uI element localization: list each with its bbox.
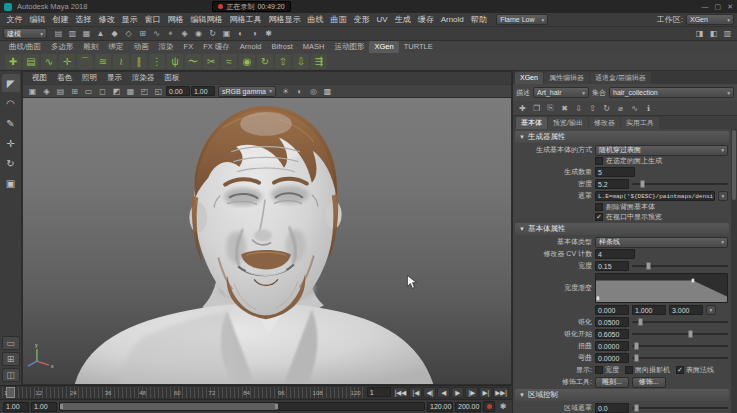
shelf-tab[interactable]: TURTLE bbox=[399, 41, 438, 53]
menu-item[interactable]: 选择 bbox=[72, 13, 95, 27]
close-button[interactable]: ✕ bbox=[727, 3, 733, 11]
time-slider-track[interactable]: 11224364860728496108120 bbox=[2, 387, 363, 398]
ramp-menu-icon[interactable]: ▾ bbox=[706, 305, 716, 315]
menu-item[interactable]: 网格显示 bbox=[265, 13, 304, 27]
menu-item[interactable]: 文件 bbox=[3, 13, 26, 27]
shelf-tab[interactable]: FX bbox=[179, 41, 199, 53]
new-scene-icon[interactable]: ▤ bbox=[52, 28, 65, 40]
region-mask-field[interactable]: 0.0 bbox=[595, 403, 629, 413]
exposure-field[interactable]: 0.00 bbox=[166, 86, 190, 96]
menu-item[interactable]: UV bbox=[373, 13, 391, 27]
playback-start-field[interactable]: 1.00 bbox=[31, 402, 57, 412]
move-tool[interactable]: ✛ bbox=[2, 134, 20, 152]
shelf-tab[interactable]: 运动图形 bbox=[329, 41, 369, 53]
bookmark-icon[interactable]: ▤ bbox=[54, 85, 67, 97]
right-panel-scrollbar[interactable] bbox=[731, 129, 737, 413]
selected-faces-checkbox[interactable] bbox=[595, 157, 603, 165]
animation-end-field[interactable]: 200.00 bbox=[455, 402, 481, 412]
xgen-duplicate-icon[interactable]: ⎘ bbox=[544, 102, 557, 114]
step-forward-frame-button[interactable]: |▶ bbox=[465, 387, 478, 398]
safe-action-icon[interactable]: ◰ bbox=[138, 85, 151, 97]
menu-item[interactable]: 网格工具 bbox=[226, 13, 265, 27]
ramp-selected-position-field[interactable]: 0.000 bbox=[595, 305, 629, 315]
xgen-guide-mode-icon[interactable]: ∿ bbox=[628, 102, 641, 114]
display-checkbox[interactable]: ✓ bbox=[676, 366, 684, 374]
section-primitive-attributes[interactable]: ▼ 基本体属性 bbox=[515, 223, 729, 235]
dock-tab[interactable]: 属性编辑器 bbox=[544, 72, 589, 84]
shadows-icon[interactable]: ◗ bbox=[293, 85, 306, 97]
region-mask-slider[interactable] bbox=[632, 403, 728, 413]
panel-menu-item[interactable]: 渲染器 bbox=[127, 73, 160, 83]
section-generator-attributes[interactable]: ▼ 生成器属性 bbox=[515, 131, 729, 143]
shelf-tab[interactable]: MASH bbox=[298, 41, 330, 53]
ipr-render-icon[interactable]: ◑ bbox=[248, 28, 261, 40]
paint-select-tool[interactable]: ✎ bbox=[2, 114, 20, 132]
save-scene-icon[interactable]: ▦ bbox=[80, 28, 93, 40]
bend-field[interactable]: 0.0000 bbox=[595, 353, 629, 363]
minimize-button[interactable]: — bbox=[702, 3, 709, 11]
snap-grid-icon[interactable]: ⊞ bbox=[136, 28, 149, 40]
step-back-frame-button[interactable]: ◀| bbox=[423, 387, 436, 398]
density-field[interactable]: 5.2 bbox=[595, 179, 629, 189]
xgen-tab[interactable]: 基本体 bbox=[516, 117, 547, 129]
playback-end-field[interactable]: 120.00 bbox=[427, 402, 453, 412]
taper-field[interactable]: 0.0500 bbox=[595, 317, 629, 327]
attribute-editor-toggle-icon[interactable]: ◨ bbox=[693, 28, 706, 40]
layout-single-pane-button[interactable]: ▭ bbox=[2, 336, 20, 350]
select-object-icon[interactable]: ◆ bbox=[108, 28, 121, 40]
xgen-clear-preview-icon[interactable]: ⌀ bbox=[614, 102, 627, 114]
preset-dropdown[interactable]: Flame Low ▾ bbox=[496, 14, 548, 25]
groom-button[interactable]: 修饰... bbox=[632, 377, 666, 388]
maximize-button[interactable]: ▢ bbox=[715, 3, 722, 11]
grid-icon[interactable]: ⊞ bbox=[68, 85, 81, 97]
menu-item[interactable]: 变形 bbox=[350, 13, 373, 27]
play-forwards-button[interactable]: ▶ bbox=[451, 387, 464, 398]
menu-item[interactable]: 曲面 bbox=[327, 13, 350, 27]
resolution-gate-icon[interactable]: ◻ bbox=[96, 85, 109, 97]
shelf-tab[interactable]: 绑定 bbox=[104, 41, 129, 53]
gate-mask-icon[interactable]: ◩ bbox=[110, 85, 123, 97]
current-frame-field[interactable]: 1 bbox=[367, 387, 391, 397]
ramp-interpolation-field[interactable]: 3.000 bbox=[669, 305, 703, 315]
range-slider-handle[interactable] bbox=[60, 403, 278, 410]
xgen-new-collection-icon[interactable]: ❐ bbox=[530, 102, 543, 114]
xgen-tab[interactable]: 修改器 bbox=[589, 117, 620, 129]
lock-camera-icon[interactable]: ◈ bbox=[40, 85, 53, 97]
mask-expression-field[interactable]: L.E=map('${DESC}/paintmaps/density') bbox=[595, 191, 715, 201]
gamma-field[interactable]: 1.00 bbox=[191, 86, 215, 96]
menu-item[interactable]: 修改 bbox=[95, 13, 118, 27]
display-checkbox[interactable] bbox=[595, 366, 603, 374]
dock-tab[interactable]: 通道盒/层编辑器 bbox=[590, 72, 651, 84]
shelf-tab[interactable]: 多边形 bbox=[46, 41, 79, 53]
xgen-noise-modifier-icon[interactable]: ≈ bbox=[221, 54, 237, 69]
workspace-selector[interactable]: XGen ▾ bbox=[686, 14, 734, 25]
xgen-tab[interactable]: 实用工具 bbox=[621, 117, 659, 129]
open-scene-icon[interactable]: ▥ bbox=[66, 28, 79, 40]
count-field[interactable]: 5 bbox=[595, 167, 635, 177]
shelf-tab[interactable]: 曲线/曲面 bbox=[4, 41, 46, 53]
view-transform-dropdown[interactable]: sRGB gamma ▾ bbox=[218, 86, 276, 97]
antialias-icon[interactable]: ▩ bbox=[321, 85, 334, 97]
panel-menu-item[interactable]: 显示 bbox=[102, 73, 127, 83]
panel-menu-item[interactable]: 面板 bbox=[160, 73, 185, 83]
make-live-icon[interactable]: ◉ bbox=[192, 28, 205, 40]
menuset-selector[interactable]: 建模 ▾ bbox=[3, 28, 47, 39]
density-slider[interactable] bbox=[632, 179, 728, 189]
menu-item[interactable]: 窗口 bbox=[141, 13, 164, 27]
snap-plane-icon[interactable]: ◈ bbox=[178, 28, 191, 40]
layout-four-pane-button[interactable]: ⊞ bbox=[2, 352, 20, 366]
xgen-length-brush-icon[interactable]: ≀ bbox=[113, 54, 129, 69]
shelf-tab[interactable]: XGen bbox=[369, 41, 398, 53]
dock-tab[interactable]: XGen bbox=[515, 72, 543, 84]
history-icon[interactable]: ↻ bbox=[206, 28, 219, 40]
sculpt-guides-button[interactable]: 雕刻... bbox=[595, 377, 629, 388]
panel-menu-item[interactable]: 照明 bbox=[77, 73, 102, 83]
xgen-refresh-preview-icon[interactable]: ↻ bbox=[600, 102, 613, 114]
taper-slider[interactable] bbox=[632, 317, 728, 327]
go-to-end-button[interactable]: ▶▶| bbox=[493, 387, 509, 398]
xgen-move-guide-icon[interactable]: ✛ bbox=[59, 54, 75, 69]
bend-slider[interactable] bbox=[632, 353, 728, 363]
shelf-tab[interactable]: 雕刻 bbox=[79, 41, 104, 53]
step-forward-key-button[interactable]: ▶| bbox=[479, 387, 492, 398]
film-gate-icon[interactable]: ▭ bbox=[82, 85, 95, 97]
